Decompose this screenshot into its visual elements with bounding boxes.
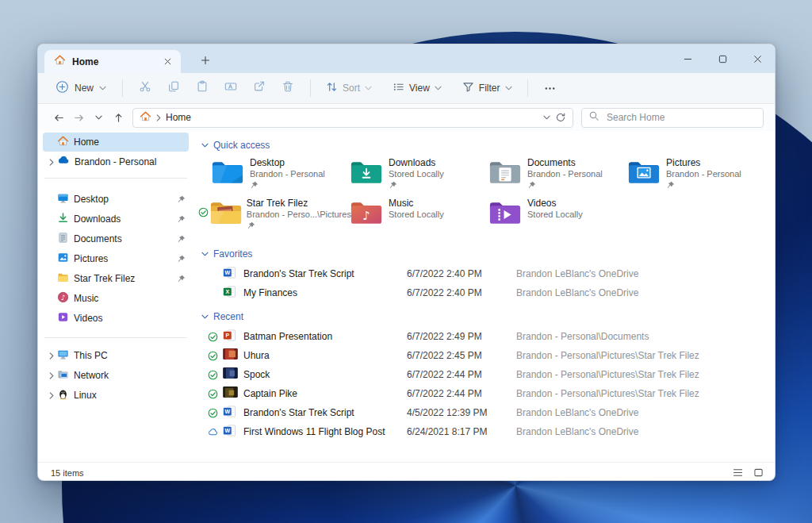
sync-status-icon: [208, 351, 223, 361]
minimize-button[interactable]: [670, 44, 705, 73]
folder-videos-icon: [488, 198, 523, 229]
sidebar-item-this-pc[interactable]: This PC: [43, 346, 189, 365]
quick-access-tile-desktop[interactable]: DesktopBrandon - Personal: [198, 157, 337, 198]
collapse-chevron-icon: [201, 252, 209, 256]
address-dropdown-icon[interactable]: [543, 115, 550, 120]
content-pane: Quick access DesktopBrandon - PersonalDo…: [192, 131, 775, 462]
new-tab-button[interactable]: [198, 53, 213, 67]
pin-icon: [174, 215, 186, 224]
file-name: Brandon's Star Trek Script: [243, 407, 407, 418]
quick-access-tile-videos[interactable]: VideosStored Locally: [476, 198, 615, 238]
sidebar-item-home[interactable]: Home: [43, 133, 189, 152]
powerpoint-icon: P: [223, 329, 243, 344]
history-chevron-button[interactable]: [89, 108, 108, 127]
close-button[interactable]: [740, 44, 775, 73]
recent-row-batman-presentation[interactable]: PBatman Presentation6/7/2022 2:49 PMBran…: [198, 327, 775, 346]
breadcrumb[interactable]: Home: [166, 112, 191, 123]
sidebar-item-linux[interactable]: Linux: [43, 386, 189, 405]
folder-music-icon: ♪: [350, 198, 385, 229]
file-location: Brandon - Personal\Pictures\Star Trek Fi…: [516, 369, 775, 380]
word-icon: W: [223, 425, 243, 440]
tile-name: Music: [389, 198, 444, 210]
copy-button[interactable]: [159, 76, 188, 100]
tab-close-icon[interactable]: [160, 55, 174, 69]
favorite-row-brandon-s-star-trek-script[interactable]: WBrandon's Star Trek Script6/7/2022 2:40…: [198, 264, 775, 283]
section-header-favorites[interactable]: Favorites: [201, 247, 775, 261]
sidebar-item-network[interactable]: Network: [43, 366, 189, 385]
recent-row-first-windows-11-flight-blog-post[interactable]: WFirst Windows 11 Flight Blog Post6/24/2…: [198, 422, 775, 441]
favorite-row-my-finances[interactable]: XMy Finances6/7/2022 2:40 PMBrandon LeBl…: [198, 283, 775, 302]
window-controls: [670, 44, 775, 73]
sidebar-item-brandon-personal[interactable]: Brandon - Personal: [43, 152, 189, 171]
sidebar-item-videos[interactable]: Videos: [43, 309, 189, 328]
details-view-button[interactable]: [729, 465, 746, 480]
tile-text: PicturesBrandon - Personal: [666, 157, 741, 190]
recent-row-spock[interactable]: Spock6/7/2022 2:44 PMBrandon - Personal\…: [198, 365, 775, 384]
sort-dropdown[interactable]: Sort: [319, 77, 379, 100]
copy-icon: [167, 80, 180, 96]
sidebar-item-desktop[interactable]: Desktop: [43, 190, 189, 209]
maximize-button[interactable]: [705, 44, 740, 73]
svg-text:P: P: [225, 333, 229, 338]
music-icon: ♪: [57, 291, 69, 306]
up-button[interactable]: [109, 108, 128, 127]
forward-button[interactable]: [69, 108, 88, 127]
expand-chevron-icon[interactable]: [46, 352, 57, 360]
view-dropdown[interactable]: View: [385, 77, 449, 100]
recent-row-brandon-s-star-trek-script[interactable]: WBrandon's Star Trek Script4/5/2022 12:3…: [198, 403, 775, 422]
sidebar-item-pictures[interactable]: Pictures: [43, 249, 189, 268]
icons-view-button[interactable]: [749, 465, 767, 480]
sidebar-item-music[interactable]: ♪Music: [43, 289, 189, 308]
share-icon: [253, 80, 266, 96]
paste-button[interactable]: [188, 76, 216, 100]
see-more-button[interactable]: [536, 76, 565, 100]
sync-status-slot: [198, 157, 211, 167]
main-area: HomeBrandon - PersonalDesktopDownloadsDo…: [38, 131, 775, 462]
filter-dropdown[interactable]: Filter: [455, 77, 519, 100]
section-header-recent[interactable]: Recent: [201, 310, 775, 324]
collapse-chevron-icon: [201, 314, 209, 319]
back-button[interactable]: [49, 108, 68, 127]
file-location: Brandon LeBlanc's OneDrive: [516, 287, 775, 298]
cut-button[interactable]: [131, 76, 159, 100]
svg-text:W: W: [224, 409, 230, 414]
sidebar-item-downloads[interactable]: Downloads: [43, 210, 189, 229]
date-modified: 6/7/2022 2:49 PM: [407, 331, 516, 342]
new-button[interactable]: New: [48, 76, 114, 101]
file-location: Brandon LeBlanc's OneDrive: [516, 407, 775, 418]
desktop-icon: [57, 192, 69, 207]
quick-access-tile-pictures[interactable]: PicturesBrandon - Personal: [615, 157, 753, 198]
search-input[interactable]: [605, 111, 756, 124]
expand-chevron-icon[interactable]: [46, 159, 57, 166]
refresh-icon[interactable]: [555, 112, 566, 123]
share-button[interactable]: [245, 76, 274, 100]
expand-chevron-icon[interactable]: [46, 372, 57, 379]
toolbar-divider: [122, 79, 123, 97]
rename-button[interactable]: [216, 76, 245, 100]
date-modified: 6/7/2022 2:40 PM: [407, 268, 516, 279]
expand-chevron-icon[interactable]: [46, 392, 57, 399]
delete-button[interactable]: [274, 76, 302, 100]
quick-access-tile-downloads[interactable]: DownloadsStored Locally: [337, 157, 476, 198]
quick-access-tile-documents[interactable]: DocumentsBrandon - Personal: [476, 157, 615, 198]
search-box[interactable]: [581, 108, 764, 128]
tab-home[interactable]: Home: [44, 50, 181, 73]
quick-access-tile-star-trek-filez[interactable]: Star Trek FilezBrandon - Perso...\Pictur…: [198, 198, 337, 238]
recent-row-captain-pike[interactable]: Captain Pike6/7/2022 2:44 PMBrandon - Pe…: [198, 384, 775, 403]
view-icon: [393, 81, 404, 96]
section-header-quick-access[interactable]: Quick access: [201, 138, 775, 152]
quick-access-tile-music[interactable]: ♪MusicStored Locally: [337, 198, 476, 238]
pin-icon: [389, 181, 444, 190]
file-name: My Finances: [243, 287, 407, 298]
home-icon: [140, 110, 151, 125]
svg-text:♪: ♪: [362, 209, 370, 223]
address-bar[interactable]: Home: [132, 108, 573, 128]
sync-status-icon: [208, 389, 223, 399]
folder-downloads-icon: [350, 157, 385, 188]
sidebar-item-star-trek-filez[interactable]: Star Trek Filez: [43, 269, 189, 288]
cloud-status-icon: [208, 427, 223, 437]
pin-icon: [250, 181, 325, 190]
sidebar-item-documents[interactable]: Documents: [43, 229, 189, 248]
network-icon: [57, 368, 69, 383]
recent-row-uhura[interactable]: Uhura6/7/2022 2:45 PMBrandon - Personal\…: [198, 346, 775, 365]
